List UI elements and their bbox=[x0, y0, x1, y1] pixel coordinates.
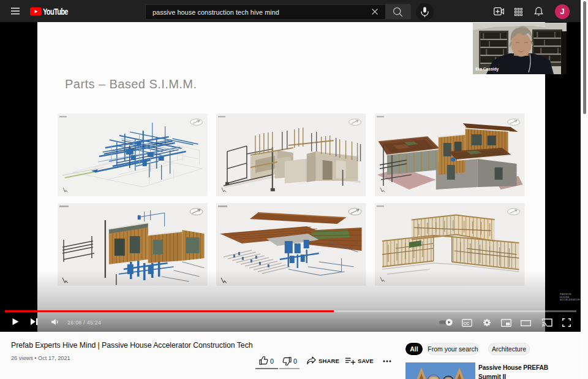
svg-text:Ilka Cassidy: Ilka Cassidy bbox=[475, 67, 499, 72]
svg-text:CC: CC bbox=[464, 321, 470, 325]
svg-text:YouTube: YouTube bbox=[43, 7, 68, 16]
